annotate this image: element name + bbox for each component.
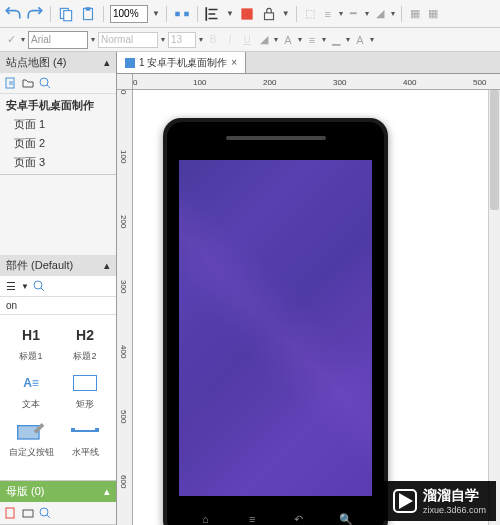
dd-icon[interactable]: ▾ bbox=[391, 9, 395, 18]
ruler-vertical[interactable]: 0 100 200 300 400 500 600 700 bbox=[117, 90, 133, 525]
align-left-icon[interactable] bbox=[204, 5, 222, 23]
group2-icon[interactable]: ▦ bbox=[426, 7, 440, 21]
widget-text[interactable]: A≡ 文本 bbox=[8, 371, 54, 411]
sitemap-header[interactable]: 站点地图 (4) ▴ bbox=[0, 52, 116, 73]
widget-hline[interactable]: 水平线 bbox=[62, 419, 108, 459]
sitemap-search-input[interactable] bbox=[55, 76, 65, 90]
tree-page[interactable]: 页面 1 bbox=[0, 115, 116, 134]
bold-icon[interactable]: B bbox=[206, 33, 220, 47]
underline2-icon[interactable]: ▁ bbox=[329, 33, 343, 47]
format-icon[interactable]: ⬚ bbox=[303, 7, 317, 21]
widget-h1[interactable]: H1 标题1 bbox=[8, 323, 54, 363]
master-folder-icon[interactable] bbox=[21, 506, 35, 520]
font-family-input[interactable] bbox=[28, 31, 88, 49]
widgets-panel: 部件 (Default) ▴ ☰ ▼ on H1 标题1 H2 标题2 A≡ bbox=[0, 255, 116, 481]
widgets-header[interactable]: 部件 (Default) ▴ bbox=[0, 255, 116, 276]
dd-icon[interactable]: ▾ bbox=[339, 9, 343, 18]
fill-color-icon[interactable]: ◢ bbox=[257, 33, 271, 47]
size-dd-icon[interactable]: ▾ bbox=[199, 35, 203, 44]
copy-icon[interactable] bbox=[57, 5, 75, 23]
add-page-icon[interactable] bbox=[4, 76, 18, 90]
dd-icon[interactable]: ▾ bbox=[322, 35, 326, 44]
collapse-icon[interactable]: ▴ bbox=[104, 259, 110, 272]
format-toolbar: ✓ ▾ ▾ ▾ ▾ B I U ◢ ▾ A ▾ ≡ ▾ ▁ ▾ A ▾ bbox=[0, 28, 500, 52]
dd-icon[interactable]: ▾ bbox=[21, 35, 25, 44]
italic-icon[interactable]: I bbox=[223, 33, 237, 47]
back-nav-icon[interactable]: ↶ bbox=[292, 512, 306, 525]
tool-a-icon[interactable] bbox=[173, 5, 191, 23]
bucket-icon[interactable]: ◢ bbox=[373, 7, 387, 21]
menu-nav-icon[interactable]: ≡ bbox=[245, 512, 259, 525]
document-tab[interactable]: 1 安卓手机桌面制作 × bbox=[117, 52, 246, 73]
phone-nav: ⌂ ≡ ↶ 🔍 bbox=[167, 512, 384, 525]
library-icon[interactable]: ☰ bbox=[4, 279, 18, 293]
align-h-icon[interactable]: ≡ bbox=[321, 7, 335, 21]
list-icon[interactable]: ≡ bbox=[305, 33, 319, 47]
separator bbox=[50, 6, 51, 22]
ruler-mark: 100 bbox=[193, 78, 206, 87]
widget-h2[interactable]: H2 标题2 bbox=[62, 323, 108, 363]
widget-grid: H1 标题1 H2 标题2 A≡ 文本 矩形 自定义按钮 bbox=[0, 315, 116, 467]
check-icon[interactable]: ✓ bbox=[4, 33, 18, 47]
masters-header[interactable]: 母版 (0) ▴ bbox=[0, 481, 116, 502]
undo-icon[interactable] bbox=[4, 5, 22, 23]
group1-icon[interactable]: ▦ bbox=[408, 7, 422, 21]
phone-screen[interactable] bbox=[179, 160, 372, 496]
sitemap-tree: 安卓手机桌面制作 页面 1 页面 2 页面 3 bbox=[0, 94, 116, 174]
add-folder-icon[interactable] bbox=[21, 76, 35, 90]
add-master-icon[interactable] bbox=[4, 506, 18, 520]
font-dd-icon[interactable]: ▾ bbox=[91, 35, 95, 44]
scrollbar-vertical[interactable] bbox=[488, 90, 500, 525]
rect-icon bbox=[69, 371, 101, 395]
dd-icon[interactable]: ▾ bbox=[346, 35, 350, 44]
stroke-icon[interactable]: ━ bbox=[347, 7, 361, 21]
font-style-input[interactable] bbox=[98, 32, 158, 48]
redo-icon[interactable] bbox=[26, 5, 44, 23]
dd-icon[interactable]: ▼ bbox=[21, 282, 29, 291]
canvas[interactable]: ⌂ ≡ ↶ 🔍 bbox=[133, 90, 500, 525]
paste-icon[interactable] bbox=[79, 5, 97, 23]
widget-category[interactable]: on bbox=[0, 297, 116, 315]
phone-mockup[interactable]: ⌂ ≡ ↶ 🔍 bbox=[163, 118, 388, 525]
style-dd-icon[interactable]: ▾ bbox=[161, 35, 165, 44]
dd-icon[interactable]: ▾ bbox=[274, 35, 278, 44]
zoom-input[interactable] bbox=[110, 5, 148, 23]
font-a-icon[interactable]: A bbox=[353, 33, 367, 47]
search-icon[interactable] bbox=[32, 279, 46, 293]
ruler-mark: 0 bbox=[119, 90, 128, 94]
h1-icon: H1 bbox=[15, 323, 47, 347]
widget-button[interactable]: 自定义按钮 bbox=[8, 419, 54, 459]
text-color-icon[interactable]: A bbox=[281, 33, 295, 47]
close-icon[interactable]: × bbox=[231, 57, 237, 68]
tree-page[interactable]: 页面 2 bbox=[0, 134, 116, 153]
underline-icon[interactable]: U bbox=[240, 33, 254, 47]
dd-icon[interactable]: ▾ bbox=[365, 9, 369, 18]
ruler-mark: 500 bbox=[473, 78, 486, 87]
dd-icon[interactable]: ▾ bbox=[370, 35, 374, 44]
tree-root[interactable]: 安卓手机桌面制作 bbox=[0, 96, 116, 115]
tree-page[interactable]: 页面 3 bbox=[0, 153, 116, 172]
color-icon[interactable] bbox=[238, 5, 256, 23]
svg-rect-12 bbox=[6, 508, 14, 518]
collapse-icon[interactable]: ▴ bbox=[104, 485, 110, 498]
zoom-dropdown-icon[interactable]: ▼ bbox=[152, 9, 160, 18]
lock-icon[interactable] bbox=[260, 5, 278, 23]
separator bbox=[197, 6, 198, 22]
font-size-input[interactable] bbox=[168, 32, 196, 48]
ruler-horizontal[interactable]: 0 100 200 300 400 500 bbox=[133, 74, 500, 90]
svg-rect-6 bbox=[241, 8, 252, 19]
collapse-icon[interactable]: ▴ bbox=[104, 56, 110, 69]
home-nav-icon[interactable]: ⌂ bbox=[198, 512, 212, 525]
play-icon bbox=[393, 489, 417, 513]
search-icon[interactable] bbox=[38, 76, 52, 90]
dd-icon[interactable]: ▾ bbox=[298, 35, 302, 44]
align-dropdown-icon[interactable]: ▼ bbox=[226, 9, 234, 18]
hline-icon bbox=[69, 419, 101, 443]
left-panel: 站点地图 (4) ▴ 安卓手机桌面制作 页面 1 页面 2 页面 3 部件 (D… bbox=[0, 52, 117, 525]
search-icon[interactable] bbox=[38, 506, 52, 520]
widget-rect[interactable]: 矩形 bbox=[62, 371, 108, 411]
search-nav-icon[interactable]: 🔍 bbox=[339, 512, 353, 525]
scrollbar-thumb[interactable] bbox=[490, 90, 499, 210]
lock-dropdown-icon[interactable]: ▼ bbox=[282, 9, 290, 18]
separator bbox=[166, 6, 167, 22]
